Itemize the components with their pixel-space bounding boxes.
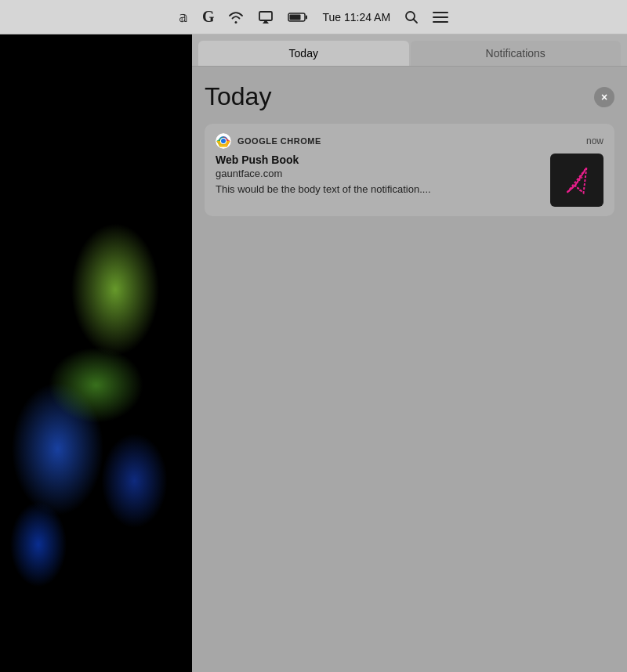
g-icon: G — [202, 8, 215, 26]
desktop-wallpaper — [0, 34, 192, 672]
svg-point-12 — [221, 139, 226, 143]
close-button[interactable]: × — [594, 87, 614, 107]
svg-rect-3 — [306, 15, 307, 19]
menubar-icons: 𝕒 G Tue 11:24 AM — [179, 8, 448, 26]
fork-icon: 𝕒 — [179, 9, 188, 26]
notification-center-panel: Today Notifications Today × — [192, 34, 627, 672]
nc-content: Today × — [192, 67, 627, 672]
svg-line-5 — [414, 19, 418, 23]
search-icon[interactable] — [404, 10, 419, 24]
notif-time: now — [586, 135, 603, 146]
airplay-icon — [258, 10, 274, 24]
wallpaper-smoke — [0, 34, 192, 672]
notif-text: Web Push Book gauntface.com This would b… — [216, 154, 542, 197]
notif-title: Web Push Book — [216, 154, 542, 166]
notif-site: gauntface.com — [216, 168, 542, 179]
battery-icon — [288, 12, 308, 23]
chrome-icon — [216, 133, 231, 149]
notif-header: GOOGLE CHROME now — [216, 133, 603, 149]
today-title: Today — [205, 82, 271, 111]
paper-plane-icon — [558, 161, 596, 199]
tab-today[interactable]: Today — [198, 41, 409, 66]
today-header: Today × — [205, 82, 614, 111]
menubar-time: Tue 11:24 AM — [322, 11, 390, 23]
notif-body: Web Push Book gauntface.com This would b… — [216, 154, 603, 207]
notif-message: This would be the body text of the notif… — [216, 182, 542, 197]
tab-bar: Today Notifications — [192, 34, 627, 67]
notif-image — [550, 154, 603, 207]
tab-notifications[interactable]: Notifications — [411, 41, 622, 66]
svg-rect-0 — [259, 12, 272, 20]
menu-icon[interactable] — [433, 11, 448, 23]
app-name: GOOGLE CHROME — [237, 136, 321, 146]
svg-rect-2 — [290, 14, 301, 20]
wifi-icon — [228, 11, 244, 23]
notification-card: GOOGLE CHROME now Web Push Book gauntfac… — [205, 124, 614, 216]
menubar: 𝕒 G Tue 11:24 AM — [0, 0, 627, 34]
notif-app-info: GOOGLE CHROME — [216, 133, 321, 149]
